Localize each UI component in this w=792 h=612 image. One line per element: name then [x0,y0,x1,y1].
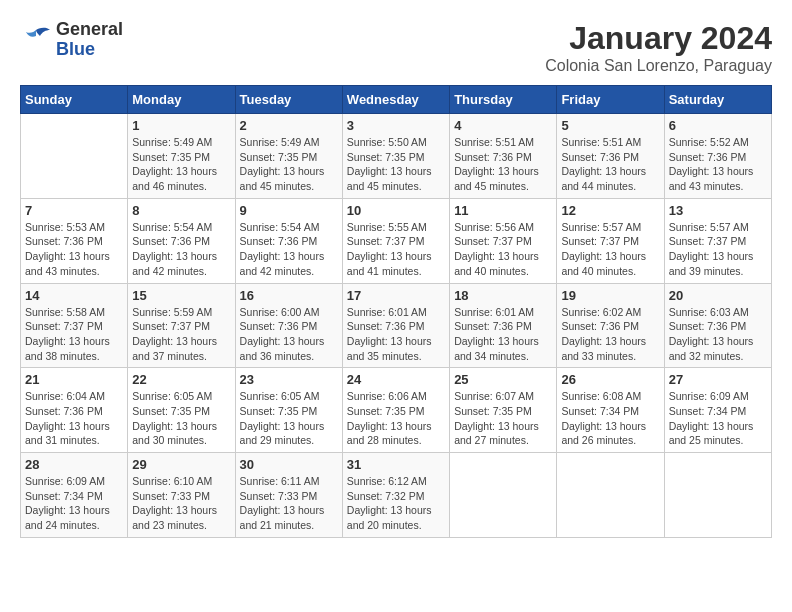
day-cell [557,453,664,538]
day-number: 1 [132,118,230,133]
day-info: Sunrise: 6:10 AM Sunset: 7:33 PM Dayligh… [132,474,230,533]
sunset-text: Sunset: 7:37 PM [132,320,210,332]
day-cell: 10 Sunrise: 5:55 AM Sunset: 7:37 PM Dayl… [342,198,449,283]
sunset-text: Sunset: 7:36 PM [347,320,425,332]
daylight-text: Daylight: 13 hours and 44 minutes. [561,165,646,192]
daylight-text: Daylight: 13 hours and 40 minutes. [454,250,539,277]
sunset-text: Sunset: 7:33 PM [240,490,318,502]
logo: General Blue [20,20,123,60]
day-number: 13 [669,203,767,218]
main-title: January 2024 [545,20,772,57]
sunrise-text: Sunrise: 5:51 AM [454,136,534,148]
sunrise-text: Sunrise: 6:09 AM [669,390,749,402]
day-cell: 5 Sunrise: 5:51 AM Sunset: 7:36 PM Dayli… [557,114,664,199]
day-cell: 26 Sunrise: 6:08 AM Sunset: 7:34 PM Dayl… [557,368,664,453]
daylight-text: Daylight: 13 hours and 42 minutes. [132,250,217,277]
sunrise-text: Sunrise: 5:50 AM [347,136,427,148]
title-block: January 2024 Colonia San Lorenzo, Paragu… [545,20,772,75]
sunset-text: Sunset: 7:35 PM [347,151,425,163]
sunrise-text: Sunrise: 6:04 AM [25,390,105,402]
day-info: Sunrise: 6:04 AM Sunset: 7:36 PM Dayligh… [25,389,123,448]
sunset-text: Sunset: 7:35 PM [132,405,210,417]
sunset-text: Sunset: 7:36 PM [454,320,532,332]
page-header: General Blue January 2024 Colonia San Lo… [20,20,772,75]
day-cell: 12 Sunrise: 5:57 AM Sunset: 7:37 PM Dayl… [557,198,664,283]
sunrise-text: Sunrise: 5:54 AM [240,221,320,233]
sunset-text: Sunset: 7:36 PM [669,320,747,332]
day-number: 22 [132,372,230,387]
logo-general: General [56,20,123,40]
day-number: 23 [240,372,338,387]
daylight-text: Daylight: 13 hours and 33 minutes. [561,335,646,362]
day-cell: 22 Sunrise: 6:05 AM Sunset: 7:35 PM Dayl… [128,368,235,453]
day-number: 27 [669,372,767,387]
day-number: 9 [240,203,338,218]
day-number: 4 [454,118,552,133]
sunrise-text: Sunrise: 5:49 AM [132,136,212,148]
daylight-text: Daylight: 13 hours and 43 minutes. [669,165,754,192]
header-row: SundayMondayTuesdayWednesdayThursdayFrid… [21,86,772,114]
header-day-tuesday: Tuesday [235,86,342,114]
day-cell [664,453,771,538]
day-cell: 9 Sunrise: 5:54 AM Sunset: 7:36 PM Dayli… [235,198,342,283]
daylight-text: Daylight: 13 hours and 37 minutes. [132,335,217,362]
sunset-text: Sunset: 7:37 PM [25,320,103,332]
daylight-text: Daylight: 13 hours and 40 minutes. [561,250,646,277]
daylight-text: Daylight: 13 hours and 46 minutes. [132,165,217,192]
day-number: 3 [347,118,445,133]
day-number: 11 [454,203,552,218]
daylight-text: Daylight: 13 hours and 45 minutes. [347,165,432,192]
day-number: 25 [454,372,552,387]
daylight-text: Daylight: 13 hours and 36 minutes. [240,335,325,362]
week-row-1: 1 Sunrise: 5:49 AM Sunset: 7:35 PM Dayli… [21,114,772,199]
sunset-text: Sunset: 7:36 PM [240,320,318,332]
sunrise-text: Sunrise: 5:49 AM [240,136,320,148]
day-cell: 21 Sunrise: 6:04 AM Sunset: 7:36 PM Dayl… [21,368,128,453]
sunrise-text: Sunrise: 5:59 AM [132,306,212,318]
day-number: 7 [25,203,123,218]
day-info: Sunrise: 5:49 AM Sunset: 7:35 PM Dayligh… [132,135,230,194]
day-info: Sunrise: 5:51 AM Sunset: 7:36 PM Dayligh… [561,135,659,194]
daylight-text: Daylight: 13 hours and 35 minutes. [347,335,432,362]
day-cell [450,453,557,538]
sunrise-text: Sunrise: 5:53 AM [25,221,105,233]
day-number: 15 [132,288,230,303]
header-day-friday: Friday [557,86,664,114]
daylight-text: Daylight: 13 hours and 41 minutes. [347,250,432,277]
day-cell: 30 Sunrise: 6:11 AM Sunset: 7:33 PM Dayl… [235,453,342,538]
day-number: 26 [561,372,659,387]
header-day-wednesday: Wednesday [342,86,449,114]
day-number: 17 [347,288,445,303]
day-number: 19 [561,288,659,303]
day-info: Sunrise: 6:01 AM Sunset: 7:36 PM Dayligh… [347,305,445,364]
day-number: 6 [669,118,767,133]
sunset-text: Sunset: 7:35 PM [240,151,318,163]
sunrise-text: Sunrise: 6:01 AM [454,306,534,318]
day-cell: 29 Sunrise: 6:10 AM Sunset: 7:33 PM Dayl… [128,453,235,538]
calendar-table: SundayMondayTuesdayWednesdayThursdayFrid… [20,85,772,538]
day-info: Sunrise: 5:57 AM Sunset: 7:37 PM Dayligh… [561,220,659,279]
daylight-text: Daylight: 13 hours and 23 minutes. [132,504,217,531]
day-cell: 24 Sunrise: 6:06 AM Sunset: 7:35 PM Dayl… [342,368,449,453]
sunrise-text: Sunrise: 6:02 AM [561,306,641,318]
sunset-text: Sunset: 7:35 PM [347,405,425,417]
day-info: Sunrise: 5:54 AM Sunset: 7:36 PM Dayligh… [132,220,230,279]
day-info: Sunrise: 6:12 AM Sunset: 7:32 PM Dayligh… [347,474,445,533]
day-cell: 7 Sunrise: 5:53 AM Sunset: 7:36 PM Dayli… [21,198,128,283]
day-info: Sunrise: 6:05 AM Sunset: 7:35 PM Dayligh… [240,389,338,448]
day-info: Sunrise: 5:54 AM Sunset: 7:36 PM Dayligh… [240,220,338,279]
day-number: 10 [347,203,445,218]
day-cell: 20 Sunrise: 6:03 AM Sunset: 7:36 PM Dayl… [664,283,771,368]
week-row-5: 28 Sunrise: 6:09 AM Sunset: 7:34 PM Dayl… [21,453,772,538]
sunset-text: Sunset: 7:34 PM [25,490,103,502]
daylight-text: Daylight: 13 hours and 42 minutes. [240,250,325,277]
day-number: 18 [454,288,552,303]
sunrise-text: Sunrise: 5:57 AM [561,221,641,233]
sunrise-text: Sunrise: 5:51 AM [561,136,641,148]
daylight-text: Daylight: 13 hours and 34 minutes. [454,335,539,362]
day-cell: 25 Sunrise: 6:07 AM Sunset: 7:35 PM Dayl… [450,368,557,453]
daylight-text: Daylight: 13 hours and 27 minutes. [454,420,539,447]
sunset-text: Sunset: 7:32 PM [347,490,425,502]
day-number: 24 [347,372,445,387]
day-cell: 18 Sunrise: 6:01 AM Sunset: 7:36 PM Dayl… [450,283,557,368]
